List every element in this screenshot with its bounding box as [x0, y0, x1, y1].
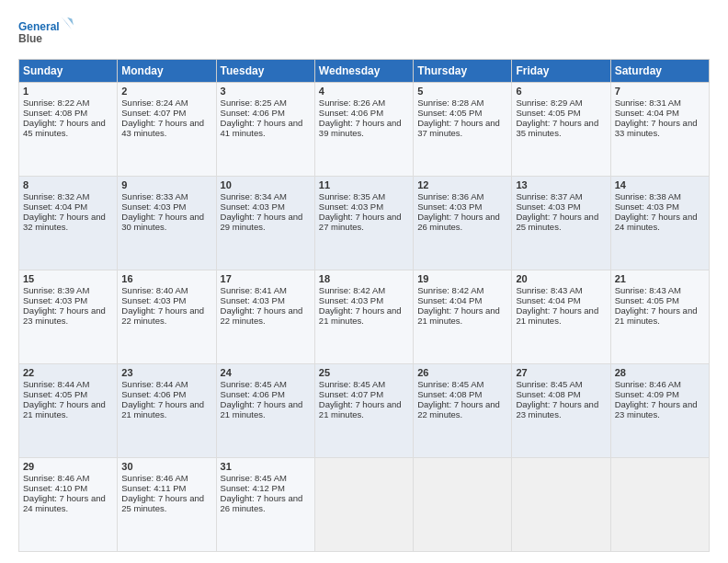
daylight-label: Daylight: 7 hours and 30 minutes.	[121, 212, 204, 232]
day-number: 22	[23, 367, 113, 378]
sunrise-label: Sunrise: 8:24 AM	[121, 98, 188, 108]
day-number: 9	[121, 179, 211, 190]
sunrise-label: Sunrise: 8:45 AM	[417, 379, 483, 389]
weekday-header-tuesday: Tuesday	[216, 60, 314, 83]
sunset-label: Sunset: 4:03 PM	[23, 295, 87, 305]
sunset-label: Sunset: 4:11 PM	[121, 483, 186, 493]
sunrise-label: Sunrise: 8:34 AM	[221, 191, 287, 201]
sunset-label: Sunset: 4:06 PM	[221, 108, 285, 118]
sunrise-label: Sunrise: 8:46 AM	[615, 379, 681, 389]
day-number: 23	[121, 367, 211, 378]
sunset-label: Sunset: 4:05 PM	[615, 295, 679, 305]
daylight-label: Daylight: 7 hours and 21 minutes.	[417, 305, 500, 326]
daylight-label: Daylight: 7 hours and 43 minutes.	[121, 118, 204, 138]
day-number: 14	[615, 179, 705, 190]
sunrise-label: Sunrise: 8:44 AM	[121, 379, 188, 389]
day-cell: 5Sunrise: 8:28 AMSunset: 4:05 PMDaylight…	[414, 83, 512, 177]
daylight-label: Daylight: 7 hours and 25 minutes.	[121, 493, 204, 513]
sunset-label: Sunset: 4:05 PM	[516, 108, 580, 118]
day-number: 8	[23, 179, 113, 190]
daylight-label: Daylight: 7 hours and 23 minutes.	[516, 399, 598, 419]
day-cell: 26Sunrise: 8:45 AMSunset: 4:08 PMDayligh…	[414, 364, 512, 458]
sunrise-label: Sunrise: 8:45 AM	[221, 473, 287, 483]
sunrise-label: Sunrise: 8:38 AM	[615, 191, 681, 201]
sunset-label: Sunset: 4:05 PM	[417, 108, 482, 118]
day-cell: 12Sunrise: 8:36 AMSunset: 4:03 PMDayligh…	[414, 177, 512, 270]
day-number: 31	[221, 461, 311, 472]
logo-svg: General Blue	[18, 15, 74, 52]
sunrise-label: Sunrise: 8:43 AM	[516, 285, 582, 295]
daylight-label: Daylight: 7 hours and 24 minutes.	[615, 212, 698, 232]
day-number: 25	[319, 367, 409, 378]
sunset-label: Sunset: 4:06 PM	[121, 389, 186, 399]
day-number: 15	[23, 273, 113, 284]
daylight-label: Daylight: 7 hours and 32 minutes.	[23, 212, 106, 232]
day-number: 4	[319, 86, 409, 97]
day-cell: 13Sunrise: 8:37 AMSunset: 4:03 PMDayligh…	[512, 177, 610, 270]
sunset-label: Sunset: 4:04 PM	[516, 295, 580, 305]
day-cell: 2Sunrise: 8:24 AMSunset: 4:07 PMDaylight…	[118, 83, 216, 177]
sunset-label: Sunset: 4:03 PM	[615, 201, 679, 212]
daylight-label: Daylight: 7 hours and 39 minutes.	[319, 118, 402, 138]
day-number: 13	[516, 179, 606, 190]
day-number: 28	[615, 367, 705, 378]
calendar: SundayMondayTuesdayWednesdayThursdayFrid…	[18, 59, 710, 552]
daylight-label: Daylight: 7 hours and 27 minutes.	[319, 212, 402, 232]
day-cell: 17Sunrise: 8:41 AMSunset: 4:03 PMDayligh…	[216, 270, 314, 364]
day-number: 29	[23, 461, 113, 472]
day-cell: 4Sunrise: 8:26 AMSunset: 4:06 PMDaylight…	[314, 83, 413, 177]
sunset-label: Sunset: 4:07 PM	[319, 389, 383, 399]
sunrise-label: Sunrise: 8:45 AM	[319, 379, 385, 389]
weekday-header-friday: Friday	[512, 60, 610, 83]
sunrise-label: Sunrise: 8:25 AM	[221, 98, 287, 108]
weekday-header-monday: Monday	[118, 60, 216, 83]
sunset-label: Sunset: 4:03 PM	[221, 201, 285, 212]
day-number: 18	[319, 273, 409, 284]
daylight-label: Daylight: 7 hours and 25 minutes.	[516, 212, 598, 232]
day-cell: 19Sunrise: 8:42 AMSunset: 4:04 PMDayligh…	[414, 270, 512, 364]
sunrise-label: Sunrise: 8:42 AM	[417, 285, 483, 295]
week-row-2: 8Sunrise: 8:32 AMSunset: 4:04 PMDaylight…	[19, 177, 710, 270]
day-cell: 14Sunrise: 8:38 AMSunset: 4:03 PMDayligh…	[610, 177, 709, 270]
daylight-label: Daylight: 7 hours and 22 minutes.	[121, 305, 204, 326]
sunset-label: Sunset: 4:07 PM	[121, 108, 186, 118]
day-cell: 25Sunrise: 8:45 AMSunset: 4:07 PMDayligh…	[314, 364, 413, 458]
day-cell	[314, 458, 413, 552]
sunrise-label: Sunrise: 8:46 AM	[121, 473, 188, 483]
daylight-label: Daylight: 7 hours and 21 minutes.	[221, 399, 303, 419]
sunset-label: Sunset: 4:04 PM	[615, 108, 679, 118]
sunrise-label: Sunrise: 8:36 AM	[417, 191, 483, 201]
day-number: 19	[417, 273, 507, 284]
sunset-label: Sunset: 4:08 PM	[23, 108, 87, 118]
daylight-label: Daylight: 7 hours and 24 minutes.	[23, 493, 106, 513]
daylight-label: Daylight: 7 hours and 21 minutes.	[121, 399, 204, 419]
sunrise-label: Sunrise: 8:44 AM	[23, 379, 89, 389]
sunset-label: Sunset: 4:03 PM	[319, 201, 383, 212]
week-row-4: 22Sunrise: 8:44 AMSunset: 4:05 PMDayligh…	[19, 364, 710, 458]
week-row-1: 1Sunrise: 8:22 AMSunset: 4:08 PMDaylight…	[19, 83, 710, 177]
sunrise-label: Sunrise: 8:45 AM	[516, 379, 582, 389]
daylight-label: Daylight: 7 hours and 23 minutes.	[23, 305, 106, 326]
day-number: 16	[121, 273, 211, 284]
day-number: 2	[121, 86, 211, 97]
sunrise-label: Sunrise: 8:40 AM	[121, 285, 188, 295]
sunset-label: Sunset: 4:03 PM	[516, 201, 580, 212]
sunset-label: Sunset: 4:03 PM	[319, 295, 383, 305]
day-number: 12	[417, 179, 507, 190]
sunset-label: Sunset: 4:08 PM	[417, 389, 482, 399]
sunrise-label: Sunrise: 8:35 AM	[319, 191, 385, 201]
daylight-label: Daylight: 7 hours and 37 minutes.	[417, 118, 500, 138]
daylight-label: Daylight: 7 hours and 21 minutes.	[23, 399, 106, 419]
sunrise-label: Sunrise: 8:45 AM	[221, 379, 287, 389]
week-row-3: 15Sunrise: 8:39 AMSunset: 4:03 PMDayligh…	[19, 270, 710, 364]
sunset-label: Sunset: 4:03 PM	[417, 201, 482, 212]
weekday-header-sunday: Sunday	[19, 60, 118, 83]
sunrise-label: Sunrise: 8:28 AM	[417, 98, 483, 108]
day-cell: 11Sunrise: 8:35 AMSunset: 4:03 PMDayligh…	[314, 177, 413, 270]
daylight-label: Daylight: 7 hours and 21 minutes.	[319, 305, 402, 326]
day-cell: 3Sunrise: 8:25 AMSunset: 4:06 PMDaylight…	[216, 83, 314, 177]
daylight-label: Daylight: 7 hours and 22 minutes.	[417, 399, 500, 419]
sunrise-label: Sunrise: 8:29 AM	[516, 98, 582, 108]
day-number: 1	[23, 86, 113, 97]
day-number: 11	[319, 179, 409, 190]
